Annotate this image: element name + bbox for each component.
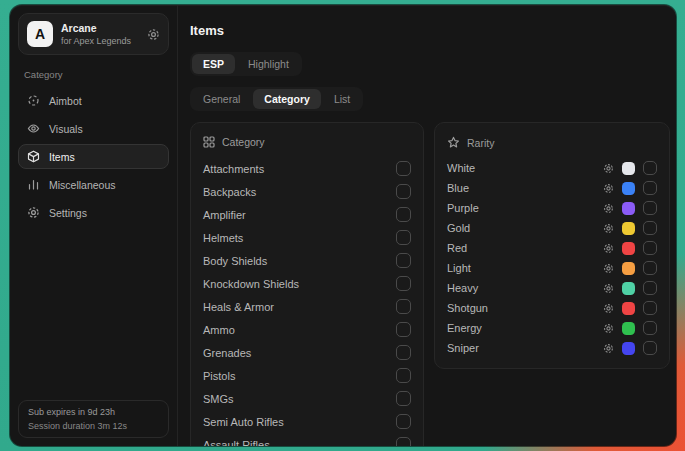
category-row: Attachments [203,157,411,180]
rarity-checkbox[interactable] [643,321,657,335]
category-row-label: Body Shields [203,255,267,267]
crosshair-icon [27,94,40,107]
rarity-checkbox[interactable] [643,341,657,355]
category-row: Helmets [203,226,411,249]
category-checkbox[interactable] [396,437,411,446]
category-row-label: Backpacks [203,186,256,198]
category-row: Body Shields [203,249,411,272]
category-checkbox[interactable] [396,161,411,176]
rarity-color-swatch[interactable] [622,182,635,195]
category-row-label: Helmets [203,232,243,244]
category-row-label: Grenades [203,347,251,359]
cube-icon [27,150,40,163]
category-checkbox[interactable] [396,414,411,429]
category-row-label: Semi Auto Rifles [203,416,284,428]
tab-category[interactable]: Category [253,89,321,109]
sidebar-item-items[interactable]: Items [18,144,169,169]
rarity-color-swatch[interactable] [622,302,635,315]
category-checkbox[interactable] [396,276,411,291]
category-row: Backpacks [203,180,411,203]
session-duration-text: Session duration 3m 12s [28,421,159,431]
rarity-row-label: Light [447,262,471,274]
category-row-label: Assault Rifles [203,439,270,447]
tab-general[interactable]: General [192,89,251,109]
category-checkbox[interactable] [396,207,411,222]
main-content: Items ESPHighlight GeneralCategoryList C… [178,5,676,446]
rarity-color-swatch[interactable] [622,202,635,215]
panels-row: Category Attachments Backpacks Amplifier… [190,122,670,446]
sidebar-section-label: Category [24,69,163,80]
app-name: Arcane [61,22,131,34]
rarity-list: White Blue Purple [447,158,657,358]
category-checkbox[interactable] [396,368,411,383]
rarity-checkbox[interactable] [643,301,657,315]
sidebar-item-aimbot[interactable]: Aimbot [18,88,169,113]
rarity-settings-gear-icon[interactable] [603,263,614,274]
rarity-color-swatch[interactable] [622,242,635,255]
sidebar-item-settings[interactable]: Settings [18,200,169,225]
sidebar-item-miscellaneous[interactable]: Miscellaneous [18,172,169,197]
rarity-row: Energy [447,318,657,338]
category-checkbox[interactable] [396,253,411,268]
category-checkbox[interactable] [396,391,411,406]
rarity-color-swatch[interactable] [622,342,635,355]
rarity-settings-gear-icon[interactable] [603,203,614,214]
category-row-label: Heals & Armor [203,301,274,313]
rarity-row-label: White [447,162,475,174]
rarity-row-label: Heavy [447,282,478,294]
category-checkbox[interactable] [396,345,411,360]
rarity-checkbox[interactable] [643,221,657,235]
mode-button-esp[interactable]: ESP [192,54,235,74]
sidebar-item-visuals[interactable]: Visuals [18,116,169,141]
sidebar-item-label: Miscellaneous [49,179,116,191]
category-row-label: Pistols [203,370,235,382]
rarity-row-label: Purple [447,202,479,214]
rarity-color-swatch[interactable] [622,162,635,175]
category-checkbox[interactable] [396,184,411,199]
rarity-settings-gear-icon[interactable] [603,163,614,174]
rarity-row: White [447,158,657,178]
rarity-checkbox[interactable] [643,261,657,275]
gear-icon[interactable] [147,28,160,41]
rarity-color-swatch[interactable] [622,282,635,295]
category-checkbox[interactable] [396,322,411,337]
rarity-color-swatch[interactable] [622,322,635,335]
rarity-settings-gear-icon[interactable] [603,243,614,254]
rarity-checkbox[interactable] [643,241,657,255]
esp-mode-toggle: ESPHighlight [190,52,302,76]
sidebar-item-label: Visuals [49,123,83,135]
category-row: Semi Auto Rifles [203,410,411,433]
rarity-checkbox[interactable] [643,161,657,175]
rarity-row-label: Sniper [447,342,479,354]
rarity-settings-gear-icon[interactable] [603,303,614,314]
rarity-settings-gear-icon[interactable] [603,183,614,194]
rarity-checkbox[interactable] [643,201,657,215]
category-panel: Category Attachments Backpacks Amplifier… [190,122,424,446]
rarity-row: Gold [447,218,657,238]
rarity-panel-header: Rarity [447,131,657,158]
rarity-color-swatch[interactable] [622,262,635,275]
category-row: Pistols [203,364,411,387]
rarity-checkbox[interactable] [643,281,657,295]
rarity-row-label: Energy [447,322,482,334]
rarity-settings-gear-icon[interactable] [603,283,614,294]
category-row: Assault Rifles [203,433,411,446]
sidebar-nav: Aimbot Visuals Items Miscellaneous Setti… [18,88,169,225]
session-info-card: Sub expires in 9d 23h Session duration 3… [18,400,169,438]
category-checkbox[interactable] [396,299,411,314]
category-row: SMGs [203,387,411,410]
rarity-checkbox[interactable] [643,181,657,195]
rarity-settings-gear-icon[interactable] [603,223,614,234]
category-row: Amplifier [203,203,411,226]
brand-text: Arcane for Apex Legends [61,22,131,46]
rarity-settings-gear-icon[interactable] [603,323,614,334]
mode-button-highlight[interactable]: Highlight [237,54,300,74]
sidebar-item-label: Settings [49,207,87,219]
rarity-settings-gear-icon[interactable] [603,343,614,354]
rarity-color-swatch[interactable] [622,222,635,235]
rarity-row-label: Gold [447,222,470,234]
app-window: A Arcane for Apex Legends Category Aimbo… [10,5,676,446]
category-panel-title: Category [222,136,265,148]
tab-list[interactable]: List [323,89,361,109]
category-checkbox[interactable] [396,230,411,245]
